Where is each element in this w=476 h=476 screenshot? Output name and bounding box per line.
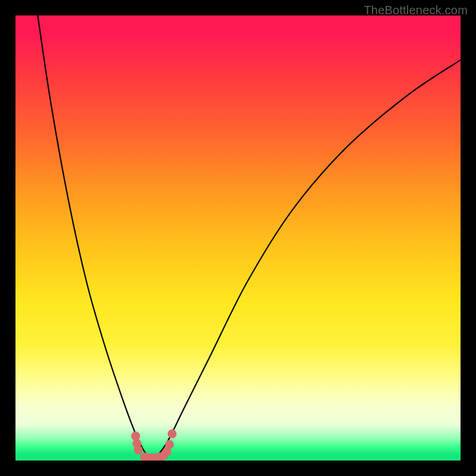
plot-area [15,15,461,461]
valley-marker [131,431,140,440]
valley-marker [165,440,174,449]
valley-marker [168,430,177,439]
outer-frame: TheBottleneck.com [0,0,476,476]
valley-markers [131,430,176,461]
right-curve [154,60,461,461]
valley-marker [134,446,143,455]
left-curve [37,15,153,461]
chart-svg [15,15,461,461]
